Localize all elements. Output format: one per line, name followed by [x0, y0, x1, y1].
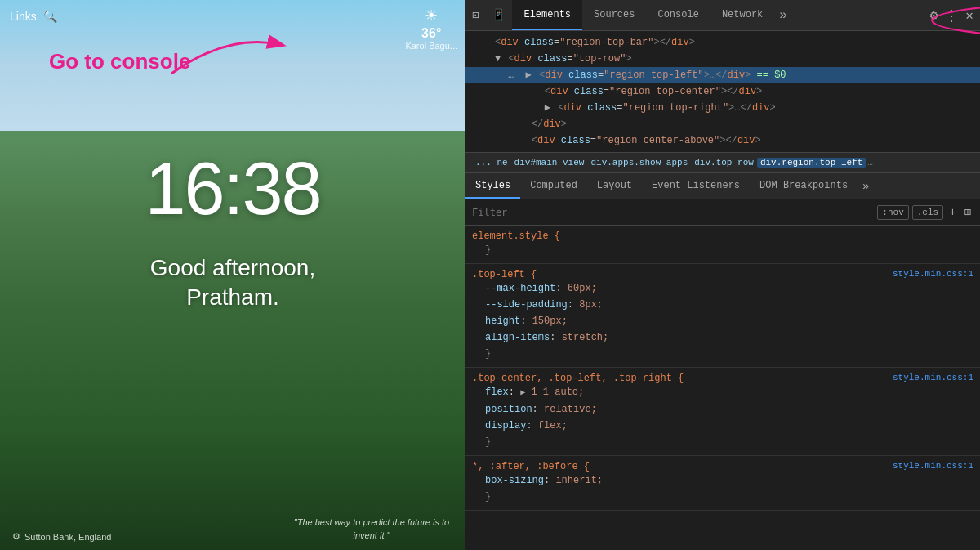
close-devtools-icon[interactable]: ✕ — [965, 7, 973, 24]
weather-temp: 36° — [421, 26, 441, 41]
html-line[interactable]: <div class="region top-center"></div> — [466, 83, 980, 100]
quote-text: "The best way to predict the future is t… — [290, 516, 453, 542]
gear-icon-small[interactable]: ⚙ — [12, 531, 20, 542]
css-closing-brace: } — [472, 242, 973, 258]
more-options-icon[interactable]: ⋮ — [941, 7, 962, 25]
breadcrumb-overflow[interactable]: … — [866, 158, 875, 168]
weather-widget: ☀ 36° Karol Bagu... — [405, 7, 457, 51]
css-rule-top-center: .top-center, .top-left, .top-right { sty… — [466, 368, 980, 456]
css-rule-top-left: .top-left { style.min.css:1 --max-height… — [466, 264, 980, 368]
go-to-console-annotation: Go to console — [49, 49, 190, 74]
css-selector-line[interactable]: *, :after, :before { style.min.css:1 — [472, 461, 973, 472]
css-property-line[interactable]: position: relative; — [472, 401, 973, 418]
greeting-display: Good afternoon, Pratham. — [0, 253, 466, 313]
tab-styles[interactable]: Styles — [466, 173, 520, 199]
clock-display: 16:38 — [0, 147, 466, 231]
css-rule-element-style: element.style { } — [466, 226, 980, 264]
tab-dom-breakpoints[interactable]: DOM Breakpoints — [750, 173, 858, 199]
breadcrumb-item[interactable]: div.top-row — [691, 158, 757, 168]
css-selector-line[interactable]: element.style { — [472, 230, 973, 242]
add-style-icon[interactable]: + — [947, 206, 958, 219]
toggle-sidebar-icon[interactable]: ⊞ — [962, 205, 973, 219]
devtools-right-icons: ⚙ ⋮ ✕ — [930, 7, 980, 25]
html-line[interactable]: <div class="region center-above"></div> — [466, 132, 980, 149]
css-property-line[interactable]: height: 150px; — [472, 313, 973, 329]
tab-elements[interactable]: Elements — [512, 0, 582, 30]
tab-network[interactable]: Network — [710, 0, 774, 30]
html-tree: <div class="region-top-bar"></div> ▼ <di… — [466, 31, 980, 152]
bottom-bar: ⚙ Sutton Bank, England "The best way to … — [0, 516, 466, 542]
links-label[interactable]: Links — [10, 10, 37, 23]
css-rule-universal: *, :after, :before { style.min.css:1 box… — [466, 456, 980, 511]
breadcrumb-item[interactable]: div.apps.show-apps — [587, 158, 691, 168]
css-closing-brace: } — [472, 346, 973, 362]
tab-console[interactable]: Console — [646, 0, 710, 30]
devtools-tab-bar: ⊡ 📱 Elements Sources Console Network » ⚙… — [466, 0, 980, 31]
css-rules-panel: element.style { } .top-left { style.min.… — [466, 226, 980, 550]
css-property-line[interactable]: align-items: stretch; — [472, 329, 973, 346]
tab-computed[interactable]: Computed — [520, 173, 587, 199]
html-line[interactable]: ▶ <div class="region top-right">…</div> — [466, 100, 980, 116]
links-bar: Links 🔍 — [10, 10, 57, 23]
styles-tabs-overflow[interactable]: » — [858, 180, 874, 193]
filter-buttons: :hov .cls + ⊞ — [877, 205, 973, 220]
greeting-line1: Good afternoon, — [0, 253, 466, 283]
css-property-line[interactable]: --max-height: 60px; — [472, 280, 973, 297]
styles-tab-bar: Styles Computed Layout Event Listeners D… — [466, 173, 980, 199]
css-closing-brace: } — [472, 489, 973, 505]
wallpaper-panel: Links 🔍 ☀ 36° Karol Bagu... Go to consol… — [0, 0, 466, 550]
sun-icon: ☀ — [425, 7, 438, 25]
settings-icon[interactable]: ⚙ — [930, 7, 938, 24]
search-icon[interactable]: 🔍 — [43, 10, 57, 23]
html-line-selected[interactable]: … ▶ <div class="region top-left">…</div>… — [466, 67, 980, 83]
cls-filter-button[interactable]: .cls — [912, 205, 943, 220]
inspect-element-icon[interactable]: ⊡ — [466, 0, 485, 30]
html-line[interactable]: </div> — [466, 116, 980, 132]
html-line[interactable]: ▼ <div class="top-row"> — [466, 51, 980, 67]
filter-bar: :hov .cls + ⊞ — [466, 199, 980, 226]
greeting-line2: Pratham. — [0, 283, 466, 312]
breadcrumb-bar: ... ne div#main-view div.apps.show-apps … — [466, 152, 980, 173]
device-toolbar-icon[interactable]: 📱 — [485, 0, 512, 30]
hov-filter-button[interactable]: :hov — [877, 205, 908, 220]
location-info: ⚙ Sutton Bank, England — [12, 531, 111, 542]
filter-input[interactable] — [472, 207, 877, 218]
css-selector-line[interactable]: .top-left { style.min.css:1 — [472, 269, 973, 280]
tab-layout[interactable]: Layout — [587, 173, 642, 199]
breadcrumb-item[interactable]: div#main-view — [511, 158, 588, 168]
breadcrumb-item[interactable]: ... ne — [472, 158, 511, 168]
tabs-overflow-button[interactable]: » — [774, 8, 792, 23]
weather-location: Karol Bagu... — [405, 41, 457, 51]
tab-sources[interactable]: Sources — [582, 0, 646, 30]
html-line[interactable]: <div class="region-top-bar"></div> — [466, 34, 980, 51]
css-property-line[interactable]: --side-padding: 8px; — [472, 297, 973, 313]
location-text: Sutton Bank, England — [24, 532, 111, 542]
breadcrumb-item-active[interactable]: div.region.top-left — [757, 158, 866, 168]
devtools-panel: ⊡ 📱 Elements Sources Console Network » ⚙… — [466, 0, 980, 550]
css-property-line[interactable]: box-sizing: inherit; — [472, 472, 973, 489]
css-selector-line[interactable]: .top-center, .top-left, .top-right { sty… — [472, 373, 973, 384]
css-closing-brace: } — [472, 434, 973, 450]
tab-event-listeners[interactable]: Event Listeners — [642, 173, 750, 199]
css-property-line[interactable]: display: flex; — [472, 418, 973, 434]
css-property-line[interactable]: flex: ▶ 1 1 auto; — [472, 384, 973, 401]
